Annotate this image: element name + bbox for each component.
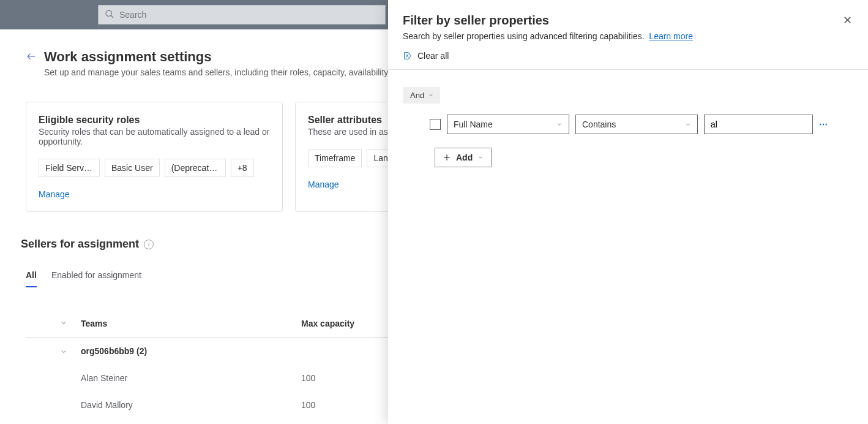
roles-card-subtitle: Security roles that can be automatically…: [39, 127, 270, 146]
global-search-input[interactable]: [119, 10, 379, 20]
filter-condition-row: Full Name Contains ⋯: [430, 115, 853, 134]
chevron-down-icon[interactable]: [60, 347, 67, 355]
clear-all-label: Clear all: [417, 51, 449, 61]
group-operator-label: And: [410, 91, 424, 100]
tab-all[interactable]: All: [26, 270, 37, 287]
role-chip[interactable]: Basic User: [105, 159, 160, 177]
seller-capacity: 100: [301, 400, 399, 410]
attr-chip[interactable]: Timeframe: [308, 149, 362, 167]
close-icon[interactable]: ✕: [842, 13, 853, 27]
panel-subtitle: Search by seller properties using advanc…: [403, 31, 853, 41]
chevron-down-icon: [428, 91, 434, 100]
field-dropdown[interactable]: Full Name: [447, 115, 569, 134]
role-chip-more[interactable]: +8: [231, 159, 254, 177]
chevron-down-icon: [477, 153, 484, 162]
role-chip[interactable]: Field Servic…: [39, 159, 100, 177]
chevron-down-icon[interactable]: [60, 319, 67, 326]
add-label: Add: [456, 153, 473, 162]
chevron-down-icon: [685, 119, 691, 129]
tab-enabled[interactable]: Enabled for assignment: [51, 270, 141, 287]
group-operator-dropdown[interactable]: And: [403, 87, 440, 104]
team-group-name: org506b6bb9 (2): [81, 346, 301, 356]
operator-dropdown[interactable]: Contains: [575, 115, 698, 134]
panel-subtitle-text: Search by seller properties using advanc…: [403, 31, 645, 41]
svg-point-0: [106, 10, 111, 16]
field-value: Full Name: [454, 119, 493, 129]
page-title: Work assignment settings: [44, 49, 211, 65]
eligible-roles-card: Eligible security roles Security roles t…: [26, 102, 283, 212]
svg-line-1: [111, 15, 113, 18]
divider: [388, 69, 868, 70]
col-capacity-header[interactable]: Max capacity: [301, 319, 399, 328]
learn-more-link[interactable]: Learn more: [649, 31, 693, 41]
chevron-down-icon: [556, 119, 563, 129]
roles-card-title: Eligible security roles: [39, 115, 270, 126]
seller-name: David Mallory: [81, 400, 301, 410]
panel-title: Filter by seller properties: [403, 13, 842, 28]
value-input[interactable]: [704, 115, 813, 134]
add-condition-button[interactable]: Add: [435, 148, 492, 167]
role-chip[interactable]: (Deprecate…: [165, 159, 226, 177]
manage-roles-link[interactable]: Manage: [39, 189, 270, 199]
info-icon[interactable]: i: [144, 240, 154, 249]
clear-all-button[interactable]: Clear all: [403, 51, 853, 69]
global-search[interactable]: [98, 5, 386, 25]
col-teams-header[interactable]: Teams: [81, 319, 301, 328]
more-options-icon[interactable]: ⋯: [819, 119, 829, 129]
condition-checkbox[interactable]: [430, 119, 441, 130]
back-arrow-icon[interactable]: [26, 51, 37, 64]
operator-value: Contains: [582, 119, 616, 129]
seller-name: Alan Steiner: [81, 373, 301, 383]
filter-panel: Filter by seller properties ✕ Search by …: [388, 0, 868, 424]
sellers-heading: Sellers for assignment: [21, 238, 139, 251]
seller-capacity: 100: [301, 373, 399, 383]
search-icon: [105, 9, 119, 21]
